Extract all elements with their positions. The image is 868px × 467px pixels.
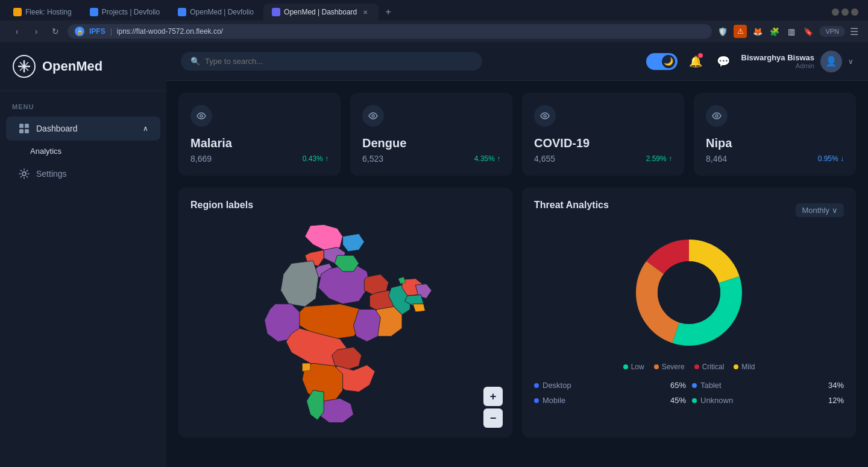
zoom-in-button[interactable]: + — [483, 387, 503, 406]
user-chevron[interactable]: ∨ — [848, 57, 854, 66]
url-protocol: IPFS — [89, 27, 105, 36]
url-box[interactable]: 🔒 IPFS | ipns://flat-wood-7572.on.fleek.… — [68, 24, 712, 39]
tab-close-button[interactable]: ✕ — [360, 7, 370, 17]
search-icon: 🔍 — [190, 57, 200, 66]
count-value-covid19: 4,655 — [534, 154, 555, 164]
eye-button-malaria[interactable] — [190, 105, 212, 127]
device-pct-desktop: 65% — [670, 381, 686, 390]
sidebar: OpenMed MENU Dashboard ∧ Analytics — [0, 42, 166, 467]
url-address: ipns://flat-wood-7572.on.fleek.co/ — [117, 27, 223, 36]
app-name: OpenMed — [42, 59, 102, 74]
device-name-unknown: Unknown — [700, 396, 733, 405]
count-value-dengue: 6,523 — [362, 154, 383, 164]
back-button[interactable]: ‹ — [10, 24, 24, 39]
region-card: Region labels — [178, 188, 512, 437]
notification-dot — [698, 53, 703, 58]
count-value-malaria: 8,669 — [190, 154, 212, 164]
shield-ext-icon[interactable]: 🛡️ — [717, 25, 729, 37]
disease-count-dengue: 6,523 4.35% ↑ — [362, 154, 500, 164]
browser-extensions: 🛡️ ⚠ 🦊 🧩 ▥ 🔖 VPN ☰ — [717, 25, 858, 38]
message-button[interactable]: 💬 — [714, 52, 733, 71]
address-bar: ‹ › ↻ 🔒 IPFS | ipns://flat-wood-7572.on.… — [0, 21, 868, 42]
chart-legend: Low Severe Critical Mild — [534, 363, 844, 371]
dashboard-chevron: ∧ — [143, 124, 148, 133]
browser-chrome: Fleek: Hosting Projects | Devfolio OpenM… — [0, 0, 868, 42]
window-controls — [832, 8, 863, 16]
sidebar-ext-icon[interactable]: ▥ — [785, 25, 797, 37]
theme-toggle[interactable]: 🌙 — [646, 53, 678, 70]
header-actions: 🌙 🔔 💬 Biswarghya Biswas Admin 👤 ∨ — [646, 51, 854, 72]
svg-point-19 — [658, 261, 720, 324]
app: OpenMed MENU Dashboard ∧ Analytics — [0, 42, 868, 467]
legend-label-mild: Mild — [741, 363, 755, 371]
legend-dot-severe — [654, 364, 659, 369]
search-box[interactable]: 🔍 — [181, 52, 482, 71]
dashboard-label: Dashboard — [36, 124, 78, 133]
svg-rect-8 — [25, 129, 29, 133]
donut-chart-container — [534, 232, 844, 353]
svg-point-9 — [22, 172, 26, 176]
minimize-button[interactable] — [832, 8, 839, 16]
stat-card-covid19: COVID-19 4,655 2.59% ↑ — [522, 93, 684, 176]
logo-icon — [12, 54, 36, 78]
svg-point-11 — [372, 115, 374, 117]
disease-name-covid19: COVID-19 — [534, 136, 672, 150]
disease-name-dengue: Dengue — [362, 136, 500, 150]
maximize-button[interactable] — [841, 8, 849, 16]
device-label-desktop: Desktop — [534, 381, 571, 390]
legend-label-critical: Critical — [702, 363, 725, 371]
sidebar-sub-analytics[interactable]: Analytics — [0, 142, 166, 160]
sidebar-item-dashboard[interactable]: Dashboard ∧ — [6, 116, 160, 141]
vpn-label[interactable]: VPN — [819, 26, 845, 37]
reload-button[interactable]: ↻ — [48, 24, 63, 39]
puzzle-ext-icon[interactable]: 🧩 — [769, 25, 781, 37]
disease-count-nipa: 8,464 0.95% ↓ — [706, 154, 844, 164]
forward-button[interactable]: › — [29, 24, 43, 39]
eye-button-nipa[interactable] — [706, 105, 728, 127]
logo-area: OpenMed — [0, 42, 166, 91]
menu-button[interactable]: ☰ — [850, 26, 858, 37]
device-pct-tablet: 34% — [828, 381, 844, 390]
device-name-mobile: Mobile — [542, 396, 565, 405]
monthly-dropdown[interactable]: Monthly ∨ — [796, 203, 844, 217]
disease-count-covid19: 4,655 2.59% ↑ — [534, 154, 672, 164]
tab-dashboard[interactable]: OpenMed | Dashboard ✕ — [263, 4, 379, 21]
warning-ext-icon[interactable]: ⚠ — [734, 25, 747, 38]
sidebar-item-settings[interactable]: Settings — [6, 162, 160, 186]
zoom-out-button[interactable]: − — [483, 408, 503, 428]
fox-ext-icon[interactable]: 🦊 — [752, 25, 764, 37]
notification-button[interactable]: 🔔 — [686, 52, 705, 71]
tab-openmed-devfolio[interactable]: OpenMed | Devfolio — [169, 4, 262, 20]
tab-projects[interactable]: Projects | Devfolio — [81, 4, 169, 20]
legend-critical: Critical — [694, 363, 725, 371]
legend-dot-mild — [734, 364, 738, 369]
user-info[interactable]: Biswarghya Biswas Admin 👤 ∨ — [741, 51, 854, 72]
device-label-mobile: Mobile — [534, 396, 565, 405]
monthly-label: Monthly — [802, 206, 829, 215]
tab-icon-openmed-devfolio — [178, 8, 186, 16]
device-dot-unknown — [692, 398, 697, 403]
stat-card-malaria: Malaria 8,669 0.43% ↑ — [178, 93, 341, 176]
eye-button-dengue[interactable] — [362, 105, 384, 127]
device-item-mobile: Mobile 45% — [534, 396, 686, 405]
bookmark-ext-icon[interactable]: 🔖 — [802, 25, 814, 37]
legend-dot-low — [623, 364, 628, 369]
settings-icon — [18, 168, 30, 180]
tab-fleek[interactable]: Fleek: Hosting — [5, 4, 80, 20]
threat-card-header: Threat Analytics Monthly ∨ — [534, 200, 844, 220]
new-tab-button[interactable]: + — [380, 4, 397, 21]
device-name-desktop: Desktop — [542, 381, 571, 390]
tab-icon-projects — [90, 8, 98, 16]
tab-icon-dashboard — [272, 8, 280, 16]
search-input[interactable] — [205, 57, 473, 66]
close-button[interactable] — [851, 8, 858, 16]
tab-label-fleek: Fleek: Hosting — [25, 8, 72, 16]
legend-label-severe: Severe — [662, 363, 685, 371]
donut-chart — [629, 232, 749, 353]
disease-name-nipa: Nipa — [706, 136, 844, 150]
disease-name-malaria: Malaria — [190, 136, 329, 150]
stat-card-dengue: Dengue 6,523 4.35% ↑ — [350, 93, 512, 176]
eye-button-covid19[interactable] — [534, 105, 556, 127]
user-name: Biswarghya Biswas — [741, 53, 814, 62]
tab-label-dashboard: OpenMed | Dashboard — [284, 8, 357, 16]
